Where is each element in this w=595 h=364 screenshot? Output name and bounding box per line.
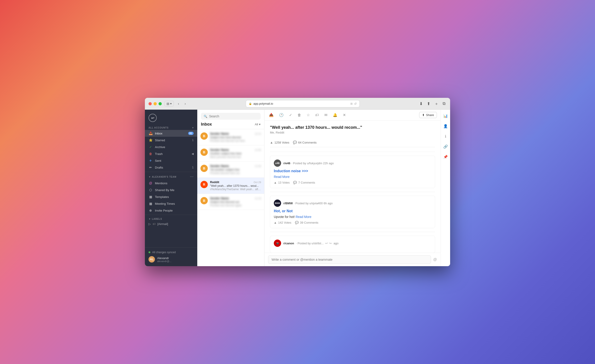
inbox-filter[interactable]: All ▾ [255,123,261,126]
share-icon: ⬆ [422,113,425,117]
filter-chevron-icon: ▾ [259,123,261,126]
email-subject: "Well yeah... after 1370 hours... woul..… [210,184,261,187]
email-content: Sender Name 11:55 Another subject line h… [210,148,261,158]
team-header: ▼ ALEXANDR'S TEAM ··· [145,173,197,180]
compose-bar: @ [264,253,440,266]
app-window: ▤ ▾ ‹ › 🔒 app.polymail.io ⊞ ↺ ⬇ ⬆ ＋ ⧉ ↩ [145,98,450,266]
sidebar-item-templates[interactable]: ▦ Templates [145,193,197,200]
email-item[interactable]: B Sender Name 12:13 Subject line here bl… [197,129,264,145]
activity-icon[interactable]: 📊 [442,112,449,119]
post-title-2[interactable]: Hot, or Not [274,209,431,213]
read-more-link-1[interactable]: Read More [274,175,431,179]
email-item-reddit[interactable]: R Reddit Oct 29 "Well yeah... after 1370… [197,178,264,194]
nav-forward-button[interactable]: › [183,101,187,107]
post-title-1[interactable]: Induction noise >>> [274,169,431,173]
sidebar-shared-by-me-label: Shared By Me [155,188,175,192]
sidebar-item-mentions[interactable]: @ Mentions [145,180,197,186]
filter-label: All [255,123,258,126]
clock-toolbar-icon[interactable]: 🕐 [278,112,284,118]
compose-input[interactable] [268,255,431,264]
traffic-lights [149,102,162,105]
inbox-toolbar-icon[interactable]: 📥 [268,112,275,118]
sidebar-item-drafts[interactable]: ✏ Drafts 1 [145,164,197,171]
sidebar-item-invite-people[interactable]: ⊕ Invite People [145,207,197,214]
minimize-button[interactable] [154,102,157,105]
sidebar-item-trash[interactable]: 🗑 Trash ◀ [145,150,197,157]
comments-stat: 💬 64 Comments [293,141,317,144]
inbox-icon: 📥 [149,131,153,135]
mail-toolbar-icon[interactable]: ✉ [324,112,328,118]
all-accounts-label: ALL ACCOUNTS [149,126,169,129]
user-name: Alexandr [157,256,171,260]
share-button[interactable]: ⬆ [426,100,431,107]
email-list: 🔍 Inbox All ▾ B Sender N [197,110,264,266]
mentions-icon: @ [149,181,153,185]
delete-toolbar-icon[interactable]: 🗑 [297,112,302,118]
search-input[interactable] [209,114,258,118]
email-preview: Preview text blurred out here [210,139,261,142]
close-toolbar-icon[interactable]: ✕ [342,112,347,118]
sidebar-item-inbox[interactable]: 📥 Inbox 81 [145,130,197,137]
email-item[interactable]: B Sender Name 11:10 Subject line blurred… [197,194,264,210]
sidebar-drafts-label: Drafts [155,166,163,169]
sidebar-item-starred[interactable]: ⭐ Starred 1 [145,137,197,144]
bell-toolbar-icon[interactable]: 🔔 [332,112,338,118]
sidebar-item-meeting-times[interactable]: ▦ Meeting Times [145,200,197,207]
post-stats-2: ▲ 142 Votes 💬 39 Comments [274,221,431,224]
sidebar-label-airmail[interactable]: ▷ 🏷 [Airmail] [145,221,197,227]
post-time-3: ago [333,242,339,245]
post-card-2: BMW r/BMW · Posted by u/sjvia400 6h ago … [270,196,435,228]
email-preview: More preview blurred text [210,155,261,158]
drafts-badge: 1 [192,166,194,169]
reply-icons: ↩ ↪ [325,241,332,245]
contact-icon[interactable]: 👤 [442,123,449,130]
reply-back-icon: ↩ [325,241,328,245]
post-posted-by-1: · Posted by u/fukyurjdm 22h ago [291,162,334,165]
close-button[interactable] [149,102,152,105]
sidebar-item-archive[interactable]: ✓ Archive [145,144,197,150]
team-more-icon[interactable]: ··· [190,175,194,179]
sidebar-archive-label: Archive [155,145,165,149]
user-row[interactable]: AL Alexandr alexandr@... [149,255,194,264]
share-button[interactable]: ⬆ Share [419,112,437,118]
email-item[interactable]: B Sender Name 11:30 Yet another subject … [197,162,264,178]
post-posted-by-2: · Posted by u/sjvia400 6h ago [294,202,333,205]
upvote-icon-1: ▲ [274,181,277,184]
sidebar-item-shared-by-me[interactable]: ⬡ Shared By Me [145,186,197,193]
email-time: 11:30 [255,165,261,167]
bookmark-icon[interactable]: 📌 [442,153,449,160]
sync-dot-icon [149,251,150,253]
compose-attach-icon[interactable]: @ [433,258,437,262]
sent-icon: ✈ [149,159,153,162]
sidebar-icon: ▤ [167,102,169,105]
email-item[interactable]: B Sender Name 11:55 Another subject line… [197,145,264,162]
sidebar-item-sent[interactable]: ✈ Sent [145,157,197,164]
email-time: Oct 29 [254,181,261,184]
reload-icon[interactable]: ↺ [354,102,357,106]
logo-symbol: ↩ [151,116,154,120]
tabs-button[interactable]: ⧉ [442,100,446,107]
meeting-times-icon: ▦ [149,202,153,206]
comment-icon-1: 💬 [293,181,297,184]
sidebar-chevron-icon: ▾ [170,102,172,105]
reader-icon: ⊞ [350,102,353,105]
tag-toolbar-icon[interactable]: 🏷 [314,112,320,118]
download-button[interactable]: ⬇ [418,100,424,107]
check-toolbar-icon[interactable]: ✓ [288,112,293,118]
link-icon[interactable]: 🔗 [442,143,449,150]
sidebar-toggle-button[interactable]: ▤ ▾ [164,101,174,106]
email-top: Sender Name 11:30 [210,164,261,168]
maximize-button[interactable] [159,102,162,105]
nav-back-button[interactable]: ‹ [177,101,180,107]
shared-by-me-icon: ⬡ [149,188,153,192]
email-sender: Sender Name [210,197,229,200]
star-icon: ⭐ [149,138,153,142]
info-icon[interactable]: ℹ [444,133,448,140]
sidebar: ↩ ALL ACCOUNTS ▾ 📥 Inbox 81 ⭐ Starred 1 … [145,110,197,266]
star-toolbar-icon[interactable]: ☆ [306,112,311,118]
read-more-link-2[interactable]: Read More [296,215,312,219]
post-header-3: 📷 r/canon · Posted by u/str8sl... ↩ ↪ ag… [274,240,431,247]
new-tab-button[interactable]: ＋ [433,100,439,107]
email-subject: Subject line here blurred [210,136,261,139]
team-arrow-icon: ▼ [149,176,151,178]
